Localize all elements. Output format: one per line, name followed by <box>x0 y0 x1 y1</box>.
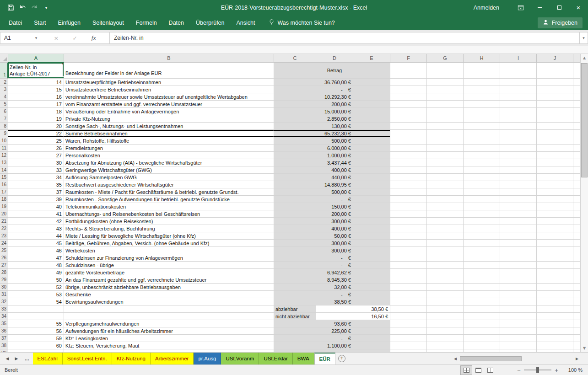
cell-e15[interactable] <box>353 174 390 181</box>
cell-f19[interactable] <box>390 203 427 210</box>
cell-i1[interactable] <box>500 63 537 79</box>
cell-f7[interactable] <box>390 115 427 123</box>
cell-g2[interactable] <box>427 79 464 86</box>
sheet-tab-pr-ausg[interactable]: pr.Ausg <box>194 353 221 364</box>
row-header[interactable]: 36 <box>0 327 8 335</box>
cell-k21[interactable] <box>573 218 580 225</box>
cell-i25[interactable] <box>500 247 537 254</box>
cell-b1[interactable]: Bezeichnung der Felder in der Anlage EÜR <box>64 63 274 79</box>
cell-f36[interactable] <box>390 327 427 335</box>
cell-j26[interactable] <box>537 254 573 262</box>
cell-a1[interactable]: Zeilen-Nr. in Anlage EÜR-2017 <box>8 63 64 79</box>
cell-k23[interactable] <box>573 232 580 240</box>
cell-i27[interactable] <box>500 262 537 269</box>
cell-a20[interactable]: 41 <box>8 210 64 218</box>
cell-a10[interactable]: 25 <box>8 137 64 145</box>
cell-i18[interactable] <box>500 196 537 203</box>
cell-k4[interactable] <box>573 93 580 101</box>
cell-f27[interactable] <box>390 262 427 269</box>
horizontal-scrollbar-thumb[interactable] <box>460 356 522 361</box>
cell-d2[interactable]: 36.760,00 € <box>316 79 353 86</box>
cell-h1[interactable] <box>464 63 500 79</box>
ribbon-tab-datei[interactable]: Datei <box>3 15 28 30</box>
row-header[interactable]: 17 <box>0 188 8 196</box>
cell-k8[interactable] <box>573 123 580 130</box>
cell-j2[interactable] <box>537 79 573 86</box>
cell-j13[interactable] <box>537 159 573 166</box>
cell-k36[interactable] <box>573 327 580 335</box>
cell-d32[interactable]: 38,50 € <box>316 298 353 305</box>
cell-i14[interactable] <box>500 166 537 174</box>
cell-h13[interactable] <box>464 159 500 166</box>
cell-b4[interactable]: vereinnahmte Umsatzsteuer sowie Umsatzst… <box>64 93 274 101</box>
cell-b29[interactable]: An das Finanzamt gezahlte und ggf. verre… <box>64 276 274 284</box>
cell-g16[interactable] <box>427 181 464 188</box>
cell-b5[interactable]: vom Finanzamt erstattete und ggf. verrec… <box>64 101 274 108</box>
cell-a3[interactable]: 15 <box>8 86 64 93</box>
cell-j10[interactable] <box>537 137 573 145</box>
cell-h30[interactable] <box>464 284 500 291</box>
cell-b17[interactable]: Raumkosten - Miete / Pacht für Geschäfts… <box>64 188 274 196</box>
cell-f9[interactable] <box>390 130 427 137</box>
formula-input[interactable]: Zeilen-Nr. in <box>110 32 580 44</box>
cell-a22[interactable]: 43 <box>8 225 64 232</box>
cell-c12[interactable] <box>274 152 316 159</box>
cell-g6[interactable] <box>427 108 464 115</box>
cell-i9[interactable] <box>500 130 537 137</box>
cell-d21[interactable]: 300,00 € <box>316 218 353 225</box>
cell-j25[interactable] <box>537 247 573 254</box>
cell-j21[interactable] <box>537 218 573 225</box>
cell-d7[interactable]: 2.850,00 € <box>316 115 353 123</box>
fill-handle[interactable] <box>62 76 64 79</box>
cell-f21[interactable] <box>390 218 427 225</box>
cell-k35[interactable] <box>573 320 580 327</box>
cell-h20[interactable] <box>464 210 500 218</box>
cell-a12[interactable]: 27 <box>8 152 64 159</box>
cell-g18[interactable] <box>427 196 464 203</box>
cell-j6[interactable] <box>537 108 573 115</box>
cell-a24[interactable]: 45 <box>8 240 64 247</box>
row-header[interactable]: 16 <box>0 181 8 188</box>
cell-c24[interactable] <box>274 240 316 247</box>
cell-j35[interactable] <box>537 320 573 327</box>
cell-e34[interactable]: 16,50 € <box>353 313 390 320</box>
cell-c1[interactable] <box>274 63 316 79</box>
ribbon-tab-einf-gen[interactable]: Einfügen <box>52 15 86 30</box>
cell-i30[interactable] <box>500 284 537 291</box>
cell-k5[interactable] <box>573 101 580 108</box>
cell-h22[interactable] <box>464 225 500 232</box>
cell-a16[interactable]: 35 <box>8 181 64 188</box>
cell-k15[interactable] <box>573 174 580 181</box>
cell-e38[interactable] <box>353 342 390 349</box>
cell-f31[interactable] <box>390 291 427 298</box>
cell-b11[interactable]: Fremdleistungen <box>64 145 274 152</box>
cell-c38[interactable] <box>274 342 316 349</box>
cell-k2[interactable] <box>573 79 580 86</box>
row-header[interactable]: 30 <box>0 284 8 291</box>
sheet-tab-ust-erkl-r[interactable]: USt.Erklär <box>259 353 292 364</box>
cell-e29[interactable] <box>353 276 390 284</box>
cell-j28[interactable] <box>537 269 573 276</box>
cell-k22[interactable] <box>573 225 580 232</box>
ribbon-tab-daten[interactable]: Daten <box>163 15 190 30</box>
cell-e5[interactable] <box>353 101 390 108</box>
cell-f11[interactable] <box>390 145 427 152</box>
column-header-e[interactable]: E <box>353 54 390 63</box>
cell-h4[interactable] <box>464 93 500 101</box>
cell-g38[interactable] <box>427 342 464 349</box>
cell-f15[interactable] <box>390 174 427 181</box>
cell-f28[interactable] <box>390 269 427 276</box>
zoom-in-button[interactable]: + <box>552 367 561 374</box>
cell-i38[interactable] <box>500 342 537 349</box>
cell-d20[interactable]: 200,00 € <box>316 210 353 218</box>
scroll-left-icon[interactable]: ◀ <box>452 357 459 361</box>
cell-a18[interactable]: 39 <box>8 196 64 203</box>
cell-b34[interactable] <box>64 313 274 320</box>
cell-j18[interactable] <box>537 196 573 203</box>
cell-b23[interactable]: Miete / Leasing für bewegliche Wirtschaf… <box>64 232 274 240</box>
cell-e19[interactable] <box>353 203 390 210</box>
cell-k9[interactable] <box>573 130 580 137</box>
cell-e36[interactable] <box>353 327 390 335</box>
cell-d24[interactable]: 300,00 € <box>316 240 353 247</box>
cell-c19[interactable] <box>274 203 316 210</box>
